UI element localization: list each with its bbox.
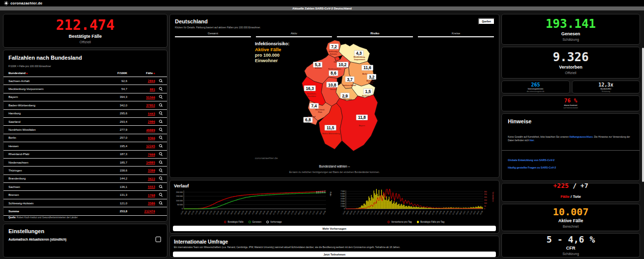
table-row[interactable]: Sachsen136,15553: [3, 183, 167, 191]
tab-aktiv[interactable]: Aktiv: [256, 32, 332, 37]
legend-item: Genesen: [248, 221, 261, 223]
row-zoom-button[interactable]: [159, 152, 163, 156]
row-zoom-button[interactable]: [159, 185, 163, 189]
table-row[interactable]: Mecklenburg-Vorpommern54,7881: [3, 85, 167, 93]
state-value-chip-be[interactable]: 11,6: [361, 65, 373, 71]
row-zoom-button[interactable]: [159, 120, 163, 124]
state-value-chip-mv[interactable]: 4,3: [354, 50, 363, 56]
state-name: Rheinland-Pfalz: [8, 153, 101, 156]
cases-value: 1760: [127, 193, 155, 197]
global-development-link[interactable]: Globale Entwicklung von SARS-CoV-2: [508, 159, 634, 162]
disclaimer-link[interactable]: Haftungsausschluss: [569, 136, 593, 138]
row-zoom-button[interactable]: [159, 169, 163, 173]
row-zoom-button[interactable]: [159, 128, 163, 132]
per100k-value: 293,4: [101, 120, 127, 123]
cases-value: 212474: [127, 209, 155, 213]
row-zoom-button[interactable]: [159, 111, 163, 115]
row-zoom-button[interactable]: [159, 87, 163, 91]
recovered-label: Genesen: [561, 31, 580, 36]
scrollbar-thumb[interactable]: [642, 48, 644, 182]
table-row[interactable]: Brandenburg144,23622: [3, 175, 167, 183]
svg-text:100: 100: [484, 202, 487, 204]
table-row[interactable]: Hessen195,412245: [3, 142, 167, 150]
table-row[interactable]: Thüringen158,63380: [3, 167, 167, 174]
row-zoom-button[interactable]: [159, 79, 163, 83]
svg-text:250: 250: [484, 193, 487, 195]
more-forecasts-button[interactable]: Mehr Vorhersagen: [173, 226, 496, 231]
state-value-chip-sl[interactable]: 6,8: [303, 117, 312, 123]
active-cases-value: 10.007: [553, 207, 588, 217]
deaths-sublabel: Offiziell: [565, 71, 576, 75]
state-value-chip-sn[interactable]: 1,5: [363, 88, 372, 94]
state-value-chip-rp[interactable]: 7,4: [309, 103, 318, 108]
row-zoom-button[interactable]: [159, 144, 163, 148]
state-name-label: Thüringen: [343, 98, 352, 100]
svg-text:4 000: 4 000: [340, 198, 345, 200]
column-per100k[interactable]: F/100K: [101, 72, 127, 75]
state-value-chip-hh[interactable]: 10,2: [336, 62, 348, 68]
state-value-chip-by[interactable]: 11,8: [356, 115, 367, 120]
svg-text:1,5: 1,5: [365, 89, 371, 94]
faq-link[interactable]: Häufig gestellte Fragen zu SARS-CoV-2: [508, 166, 634, 169]
row-zoom-button[interactable]: [159, 103, 163, 107]
state-value-chip-sh[interactable]: 7,2: [329, 44, 338, 49]
cases-value: 49809: [127, 128, 155, 132]
tab-gesamt[interactable]: Gesamt: [175, 32, 251, 37]
here-link[interactable]: hier: [530, 139, 534, 142]
map-footnote: Es kann zu zeitlichen Verzögerungen auf …: [170, 168, 499, 173]
svg-text:8,6: 8,6: [330, 71, 336, 76]
row-zoom-button[interactable]: [159, 193, 163, 197]
row-zoom-button[interactable]: [159, 201, 163, 205]
per100k-value: 295,6: [101, 112, 127, 115]
daily-chart-legend: Verstorbene pro TagBestätigte Fälle pro …: [336, 220, 496, 224]
svg-text:0: 0: [484, 208, 485, 210]
row-zoom-button[interactable]: [159, 95, 163, 99]
state-value-chip-he[interactable]: 10,8: [326, 82, 338, 87]
sources-button[interactable]: Quellen: [478, 18, 495, 25]
svg-text:10,8: 10,8: [328, 83, 336, 87]
cases-value: 2906: [127, 120, 155, 123]
per100k-value: 144,2: [101, 177, 127, 180]
tab-kreise[interactable]: Kreise: [418, 32, 494, 37]
table-title: Fallzahlen nach Bundesland: [3, 50, 167, 62]
row-zoom-button[interactable]: [159, 176, 163, 180]
icu-value: 265: [531, 82, 540, 87]
auto-refresh-checkbox[interactable]: [156, 237, 161, 242]
state-name-label: Baden-Württemberg: [322, 133, 339, 135]
ventilated-caption: davon beatmet: [564, 104, 577, 106]
state-value-chip-ni[interactable]: 8,6: [328, 71, 337, 76]
state-value-chip-nw[interactable]: 16,3: [304, 86, 315, 91]
table-row[interactable]: Schleswig-Holstein121,03506: [3, 199, 167, 207]
tab-risiko[interactable]: Risiko: [337, 32, 413, 37]
state-select[interactable]: Bundesland wählen –: [170, 163, 499, 168]
state-shape-by[interactable]: [336, 94, 378, 151]
state-value-chip-th[interactable]: 2,9: [340, 93, 349, 98]
state-value-chip-hb[interactable]: 5,3: [313, 62, 322, 68]
cfr-sublabel: Schätzung: [563, 252, 579, 256]
deaths-label: Verstorben: [559, 65, 582, 70]
row-zoom-button[interactable]: [159, 161, 163, 165]
table-row[interactable]: Saarland293,42906: [3, 118, 167, 126]
table-row[interactable]: Bremen131,31760: [3, 191, 167, 199]
state-value-chip-st[interactable]: 3,7: [345, 77, 354, 82]
table-row[interactable]: Berlin257,09366: [3, 134, 167, 142]
column-bundesland[interactable]: Bundesland◆: [8, 72, 101, 75]
table-row[interactable]: Sachsen-Anhalt92,62044: [3, 77, 167, 85]
svg-text:11,6: 11,6: [363, 66, 371, 71]
join-survey-button[interactable]: Jetzt Teilnehmen: [173, 252, 496, 257]
table-row[interactable]: Rheinland-Pfalz187,37660: [3, 151, 167, 159]
survey-text: Ein internationales Team von Wissenschaf…: [170, 245, 499, 250]
column-faelle[interactable]: Fälle◆: [127, 72, 155, 75]
state-name-label: Westfalen: [307, 95, 316, 97]
svg-text:10,2: 10,2: [338, 63, 346, 67]
table-row[interactable]: Baden-Württemberg342,037952: [3, 101, 167, 109]
state-value-chip-bb[interactable]: 3,2: [367, 74, 376, 80]
table-row[interactable]: Niedersachsen185,714805: [3, 159, 167, 167]
table-row[interactable]: Hamburg295,65443: [3, 110, 167, 118]
table-row[interactable]: Bayern394,351566: [3, 93, 167, 101]
row-zoom-button[interactable]: [159, 136, 163, 140]
per100k-value: 253,8: [101, 210, 127, 213]
table-row[interactable]: Nordrhein-Westfalen277,949809: [3, 126, 167, 134]
table-source: Quelle: Robert Koch-Institut und Gesundh…: [8, 216, 78, 219]
state-value-chip-bw[interactable]: 11,5: [324, 125, 336, 130]
